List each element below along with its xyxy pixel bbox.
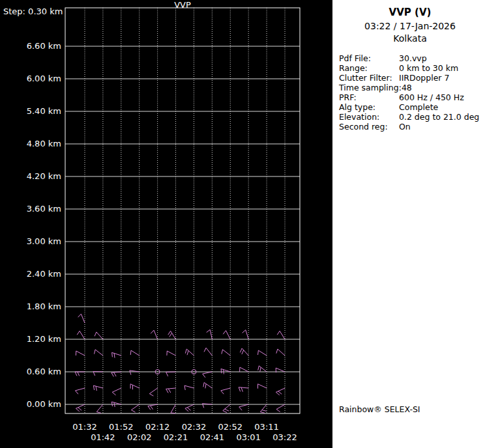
wind-barb — [240, 348, 248, 356]
field-label: Range: — [339, 63, 399, 73]
field-label: PRF: — [339, 92, 399, 102]
wind-barb — [112, 388, 121, 395]
wind-barb — [171, 404, 176, 413]
wind-barb — [221, 388, 231, 394]
wind-barb — [95, 350, 103, 356]
parameter-list: Pdf File: 30.vvp Range: 0 km to 30 km Cl… — [339, 53, 481, 132]
wind-barb — [111, 372, 121, 376]
wind-barb — [76, 388, 85, 394]
wind-barb — [258, 350, 267, 356]
field-row: Elevation: 0.2 deg to 21.0 deg — [339, 112, 481, 122]
wind-barb — [258, 366, 267, 372]
field-label: Pdf File: — [339, 53, 399, 63]
wind-profile-chart: Step: 0.30 km VVP 6.60 km6.00 km5.40 km4… — [0, 0, 332, 448]
wind-barb — [239, 404, 249, 410]
info-panel: VVP (V) 03:22 / 17-Jan-2026 Kolkata Pdf … — [332, 0, 485, 448]
field-row: Time sampling: 48 — [339, 83, 481, 92]
wind-barb — [276, 388, 285, 395]
wind-barb — [276, 404, 285, 412]
wind-barb — [78, 314, 85, 323]
wind-barb — [239, 387, 248, 392]
field-row: Second reg: On — [339, 122, 481, 132]
field-row: Clutter Filter: IIRDoppler 7 — [339, 73, 481, 83]
field-row: Pdf File: 30.vvp — [339, 53, 481, 63]
wind-barb — [76, 404, 85, 412]
field-label: Alg type: — [339, 102, 399, 112]
plot-border — [65, 8, 300, 413]
wind-barb — [223, 331, 230, 339]
wind-barb — [75, 372, 85, 376]
wind-barb — [95, 332, 103, 339]
branding-label: Rainbow® SELEX-SI — [339, 404, 481, 414]
field-value: 30.vvp — [399, 53, 427, 63]
field-row: Range: 0 km to 30 km — [339, 63, 481, 73]
wind-barb — [184, 385, 194, 390]
wind-barb — [167, 351, 176, 356]
wind-barb — [222, 350, 230, 356]
wind-barb — [130, 350, 140, 356]
wind-barb — [204, 348, 212, 356]
wind-barb — [185, 404, 194, 412]
field-value: 0.2 deg to 21.0 deg — [399, 112, 479, 122]
wind-barb — [258, 384, 267, 389]
wind-barb — [203, 372, 213, 378]
field-value: 0 km to 30 km — [399, 63, 458, 73]
wind-barb — [185, 349, 194, 356]
wind-barb — [130, 384, 140, 390]
wind-barb — [260, 404, 267, 413]
wind-barb — [168, 331, 176, 339]
field-row: Alg type: Complete — [339, 102, 481, 112]
wind-barb — [166, 372, 176, 376]
panel-title: VVP (V) — [339, 7, 481, 18]
wind-barb — [203, 382, 213, 388]
wind-barb — [151, 330, 157, 339]
wind-profile-plot — [0, 0, 332, 448]
wind-barb — [112, 352, 121, 357]
wind-barb — [96, 404, 103, 413]
field-value: On — [399, 122, 411, 132]
wind-barb — [93, 385, 103, 391]
wind-barb — [276, 349, 285, 356]
wind-barb — [77, 331, 85, 339]
wind-barb — [242, 330, 249, 339]
wind-barb — [240, 367, 249, 372]
field-value: 48 — [402, 83, 412, 92]
wind-barb — [207, 329, 213, 339]
wind-barb — [166, 388, 176, 393]
field-row: PRF: 600 Hz / 450 Hz — [339, 92, 481, 102]
wind-barb — [221, 369, 230, 374]
vvp-application-window: Step: 0.30 km VVP 6.60 km6.00 km5.40 km4… — [0, 0, 485, 448]
wind-barb — [223, 404, 231, 413]
field-label: Clutter Filter: — [339, 73, 399, 83]
wind-barb — [76, 351, 85, 356]
wind-barb — [277, 331, 285, 339]
field-value: 600 Hz / 450 Hz — [399, 92, 464, 102]
field-value: Complete — [399, 102, 438, 112]
panel-datetime: 03:22 / 17-Jan-2026 — [339, 21, 481, 31]
field-label: Elevation: — [339, 112, 399, 122]
wind-barb — [148, 404, 158, 410]
panel-location: Kolkata — [339, 33, 481, 44]
field-label: Second reg: — [339, 122, 399, 132]
field-label: Time sampling: — [339, 83, 402, 92]
wind-barb — [130, 371, 140, 375]
wind-barb — [131, 404, 139, 412]
wind-barb — [149, 388, 157, 396]
field-value: IIRDoppler 7 — [399, 73, 449, 83]
